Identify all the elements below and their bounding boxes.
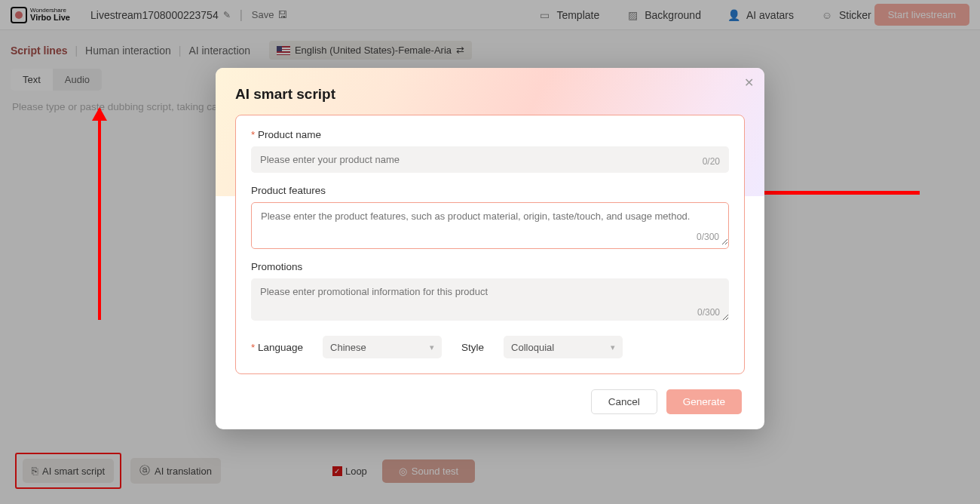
promotions-input[interactable] xyxy=(251,278,729,321)
product-name-label: Product name xyxy=(251,129,729,140)
product-features-input[interactable] xyxy=(252,203,728,245)
chevron-down-icon: ▾ xyxy=(430,343,434,352)
product-features-count: 0/300 xyxy=(697,232,719,242)
style-label: Style xyxy=(461,342,484,353)
product-name-input[interactable] xyxy=(251,146,729,173)
style-select[interactable]: Colloquial▾ xyxy=(504,336,623,358)
language-select[interactable]: Chinese▾ xyxy=(323,336,442,358)
product-name-count: 0/20 xyxy=(703,156,720,167)
language-label: Language xyxy=(251,342,303,353)
cancel-button[interactable]: Cancel xyxy=(591,389,657,414)
modal-title: AI smart script xyxy=(235,86,745,103)
promotions-label: Promotions xyxy=(251,261,729,272)
annotation-arrow-vertical xyxy=(98,109,101,320)
modal-form: Product name 0/20 Product features 0/300… xyxy=(235,115,745,374)
promotions-count: 0/300 xyxy=(697,307,720,318)
ai-smart-script-modal: ✕ AI smart script Product name 0/20 Prod… xyxy=(216,68,764,429)
chevron-down-icon: ▾ xyxy=(611,343,615,352)
generate-button[interactable]: Generate xyxy=(666,389,742,414)
product-features-label: Product features xyxy=(251,185,729,196)
close-icon[interactable]: ✕ xyxy=(744,75,754,90)
